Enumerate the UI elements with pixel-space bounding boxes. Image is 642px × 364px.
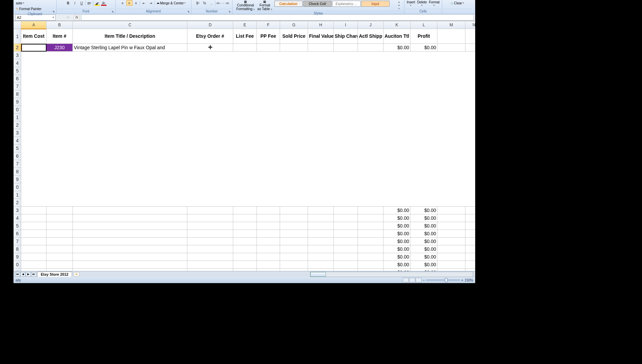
cell[interactable] — [233, 214, 257, 222]
select-all-corner[interactable] — [14, 21, 21, 29]
row-header-12[interactable]: 2 — [14, 121, 21, 129]
row-header-5[interactable]: 5 — [14, 222, 21, 230]
cell[interactable] — [280, 261, 308, 269]
cell[interactable] — [358, 261, 384, 269]
cell[interactable] — [465, 261, 476, 269]
cell[interactable]: $0.00 — [410, 238, 437, 245]
header-cell-I[interactable]: Ship Charge — [334, 29, 358, 44]
cell[interactable] — [257, 253, 280, 261]
row-header-8[interactable]: 8 — [14, 245, 21, 253]
view-layout-button[interactable] — [409, 278, 415, 282]
cell[interactable] — [358, 214, 384, 222]
cell[interactable] — [73, 253, 187, 261]
row-header-3[interactable]: 3 — [14, 207, 21, 214]
row-header-13[interactable]: 3 — [14, 129, 21, 137]
cell[interactable] — [308, 214, 334, 222]
cell[interactable] — [437, 44, 465, 52]
cell[interactable] — [73, 214, 187, 222]
cell[interactable] — [308, 269, 334, 271]
zoom-thumb[interactable] — [445, 278, 448, 282]
header-cell-G[interactable]: Sold Price — [280, 29, 308, 44]
cell[interactable] — [280, 230, 308, 238]
header-cell-D[interactable]: Etsy Order # — [187, 29, 233, 44]
comma-button[interactable]: , — [208, 0, 214, 6]
cell[interactable] — [257, 245, 280, 253]
dialog-launcher-icon[interactable]: ⬊ — [228, 10, 232, 13]
col-header-B[interactable]: B — [47, 21, 73, 29]
cell[interactable] — [73, 245, 187, 253]
italic-button[interactable]: I — [72, 0, 78, 6]
fx-button[interactable]: fx — [74, 15, 80, 20]
zoom-out-button[interactable]: − — [423, 278, 425, 282]
decrease-decimal-button[interactable]: ←.00 — [223, 0, 229, 6]
cell[interactable] — [233, 207, 257, 214]
header-cell-A[interactable]: Item Cost — [21, 29, 47, 44]
cell[interactable] — [308, 44, 334, 52]
row-header-21[interactable]: 1 — [14, 191, 21, 199]
zoom-slider[interactable] — [426, 279, 460, 281]
cell[interactable]: $0.00 — [384, 207, 410, 214]
header-cell-L[interactable]: Profit — [410, 29, 437, 44]
cell[interactable] — [257, 230, 280, 238]
cell[interactable] — [187, 238, 233, 245]
fill-color-button[interactable]: ◢▾ — [94, 0, 100, 6]
row-header-11[interactable]: 1 — [14, 269, 21, 271]
decrease-indent-button[interactable]: ⇤ — [141, 0, 147, 6]
header-cell-E[interactable]: List Fee — [233, 29, 257, 44]
cell[interactable] — [334, 238, 358, 245]
view-normal-button[interactable] — [403, 278, 409, 282]
cell[interactable] — [233, 44, 257, 52]
cell[interactable] — [21, 214, 47, 222]
styles-more[interactable]: ≡ — [397, 7, 401, 10]
cell[interactable] — [308, 261, 334, 269]
col-header-H[interactable]: H — [308, 21, 334, 29]
col-header-A[interactable]: A — [21, 21, 47, 29]
row-header-7[interactable]: 7 — [14, 83, 21, 90]
cell[interactable] — [334, 222, 358, 230]
cell[interactable] — [47, 230, 73, 238]
insert-button[interactable]: Insert▾ — [406, 0, 416, 7]
cell[interactable] — [465, 230, 476, 238]
cell[interactable] — [257, 214, 280, 222]
cell[interactable] — [308, 238, 334, 245]
col-header-L[interactable]: L — [410, 21, 437, 29]
col-header-E[interactable]: E — [233, 21, 257, 29]
cell[interactable]: $0.00 — [410, 207, 437, 214]
format-painter-button[interactable]: ✎Format Painter — [14, 6, 43, 11]
dialog-launcher-icon[interactable]: ⬊ — [187, 10, 191, 13]
row-header-7[interactable]: 7 — [14, 238, 21, 245]
cell[interactable] — [280, 214, 308, 222]
cell[interactable] — [334, 207, 358, 214]
cell[interactable] — [437, 207, 465, 214]
cell[interactable] — [334, 214, 358, 222]
cell[interactable] — [465, 253, 476, 261]
cell[interactable] — [358, 238, 384, 245]
cell[interactable] — [187, 245, 233, 253]
cell[interactable] — [21, 238, 47, 245]
row-header-19[interactable]: 9 — [14, 176, 21, 183]
cell[interactable] — [21, 253, 47, 261]
cell[interactable] — [308, 230, 334, 238]
row-header-16[interactable]: 6 — [14, 152, 21, 160]
cell[interactable] — [358, 245, 384, 253]
cell[interactable] — [73, 222, 187, 230]
cell[interactable]: $0.00 — [384, 261, 410, 269]
cell-style-check-cell[interactable]: Check Cell — [303, 1, 332, 7]
cell-style-input[interactable]: Input — [361, 1, 390, 7]
cell[interactable]: $0.00 — [410, 230, 437, 238]
cell[interactable] — [334, 253, 358, 261]
bold-button[interactable]: B — [65, 0, 71, 6]
scrollbar-thumb[interactable] — [310, 272, 326, 277]
col-header-I[interactable]: I — [334, 21, 358, 29]
chevron-down-icon[interactable]: ▾ — [53, 16, 54, 19]
col-header-C[interactable]: C — [73, 21, 187, 29]
cell[interactable] — [47, 222, 73, 230]
cell-K2[interactable]: $0.00 — [384, 44, 410, 52]
cell-style-calculation[interactable]: Calculation — [274, 1, 303, 7]
cell[interactable] — [47, 207, 73, 214]
spreadsheet-grid[interactable]: ABCDEFGHIJKLMN1Item CostItem #Item Title… — [13, 21, 475, 271]
header-cell-B[interactable]: Item # — [47, 29, 73, 44]
cell[interactable]: $0.00 — [384, 238, 410, 245]
header-cell-H[interactable]: Final Value — [308, 29, 334, 44]
row-header-14[interactable]: 4 — [14, 137, 21, 145]
